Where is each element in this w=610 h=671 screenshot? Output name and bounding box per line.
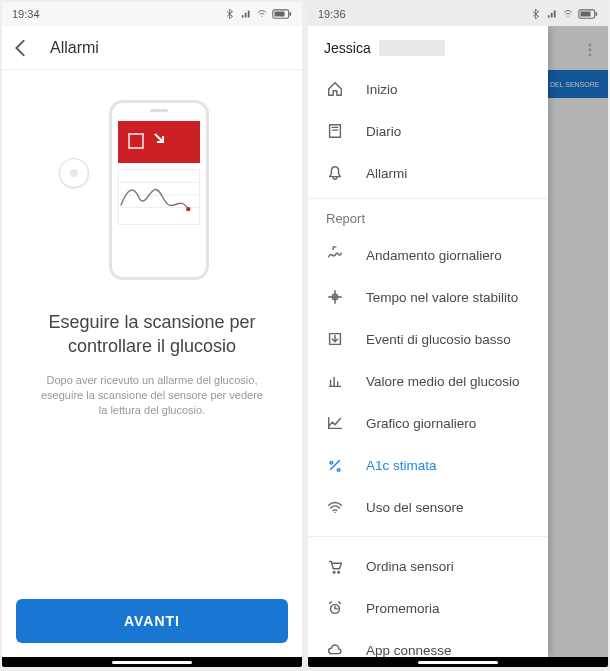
cloud-icon bbox=[326, 641, 344, 657]
nav-item-label: Tempo nel valore stabilito bbox=[366, 290, 518, 305]
nav-item-inizio[interactable]: Inizio bbox=[308, 68, 548, 110]
home-icon bbox=[326, 80, 344, 98]
nav-item-diario[interactable]: Diario bbox=[308, 110, 548, 152]
nav-item-label: Ordina sensori bbox=[366, 559, 454, 574]
nav-item-label: Valore medio del glucosio bbox=[366, 374, 520, 389]
nav-item-promemoria[interactable]: Promemoria bbox=[308, 587, 548, 629]
status-bar: 19:36 bbox=[308, 2, 608, 26]
svg-point-12 bbox=[589, 54, 592, 57]
drawer-account[interactable]: Jessica bbox=[308, 36, 548, 68]
svg-rect-2 bbox=[275, 12, 285, 17]
bluetooth-icon bbox=[530, 8, 542, 20]
section-header-report: Report bbox=[308, 198, 548, 234]
svg-rect-9 bbox=[581, 12, 591, 17]
target-icon bbox=[326, 288, 344, 306]
percent-icon bbox=[326, 456, 344, 474]
linechart-icon bbox=[326, 414, 344, 432]
status-time: 19:36 bbox=[318, 8, 346, 20]
battery-icon bbox=[272, 8, 292, 20]
nav-item-label: Inizio bbox=[366, 82, 398, 97]
signal-icon bbox=[546, 8, 558, 20]
next-button-label: AVANTI bbox=[124, 613, 180, 629]
cart-icon bbox=[326, 557, 344, 575]
svg-point-10 bbox=[589, 44, 592, 47]
status-icons bbox=[224, 8, 292, 20]
app-bar: Allarmi bbox=[2, 26, 302, 70]
nav-item-label: Eventi di glucosio basso bbox=[366, 332, 511, 347]
wifi-status-icon bbox=[562, 8, 574, 20]
nav-item-label: Grafico giornaliero bbox=[366, 416, 476, 431]
svg-point-6 bbox=[186, 207, 190, 211]
overflow-menu-icon[interactable] bbox=[582, 42, 598, 58]
nav-item-allarmi[interactable]: Allarmi bbox=[308, 152, 548, 194]
wifi-status-icon bbox=[256, 8, 268, 20]
nav-item-ordina-sensori[interactable]: Ordina sensori bbox=[308, 545, 548, 587]
phone-illustration bbox=[109, 100, 209, 280]
nav-item-label: Diario bbox=[366, 124, 401, 139]
svg-rect-1 bbox=[290, 12, 292, 15]
nav-item-valore-medio-del-glucosio[interactable]: Valore medio del glucosio bbox=[308, 360, 548, 402]
svg-rect-8 bbox=[596, 12, 598, 15]
status-bar: 19:34 bbox=[2, 2, 302, 26]
divider bbox=[308, 536, 548, 537]
trend-icon bbox=[326, 246, 344, 264]
gesture-bar bbox=[2, 657, 302, 667]
bell-icon bbox=[326, 164, 344, 182]
user-last-name-redacted bbox=[379, 40, 445, 56]
sensor-icon bbox=[59, 158, 89, 188]
nav-item-label: Allarmi bbox=[366, 166, 407, 181]
nav-item-tempo-nel-valore-stabilito[interactable]: Tempo nel valore stabilito bbox=[308, 276, 548, 318]
next-button[interactable]: AVANTI bbox=[16, 599, 288, 643]
subtext: Dopo aver ricevuto un allarme del glucos… bbox=[22, 373, 282, 419]
onboarding-content: Eseguire la scansione per controllare il… bbox=[2, 70, 302, 599]
nav-item-app-connesse[interactable]: App connesse bbox=[308, 629, 548, 657]
screen-nav-drawer: O DEL SENSORE 19:36 Jessica InizioDiario… bbox=[308, 2, 608, 667]
book-icon bbox=[326, 122, 344, 140]
nav-item-label: Andamento giornaliero bbox=[366, 248, 502, 263]
screen-alarms-onboarding: 19:34 Allarmi bbox=[2, 2, 302, 667]
headline: Eseguire la scansione per controllare il… bbox=[22, 310, 282, 359]
nav-item-uso-del-sensore[interactable]: Uso del sensore bbox=[308, 486, 548, 528]
nav-item-andamento-giornaliero[interactable]: Andamento giornaliero bbox=[308, 234, 548, 276]
chart-illustration bbox=[118, 169, 200, 225]
gesture-bar bbox=[308, 657, 608, 667]
bluetooth-icon bbox=[224, 8, 236, 20]
back-icon[interactable] bbox=[10, 37, 32, 59]
nav-item-label: Promemoria bbox=[366, 601, 440, 616]
nav-item-a1c-stimata[interactable]: A1c stimata bbox=[308, 444, 548, 486]
nav-item-eventi-di-glucosio-basso[interactable]: Eventi di glucosio basso bbox=[308, 318, 548, 360]
nav-item-label: A1c stimata bbox=[366, 458, 437, 473]
nav-drawer: Jessica InizioDiarioAllarmi Report Andam… bbox=[308, 26, 548, 657]
nav-item-grafico-giornaliero[interactable]: Grafico giornaliero bbox=[308, 402, 548, 444]
nav-item-label: Uso del sensore bbox=[366, 500, 464, 515]
alarm-arrow-icon bbox=[152, 131, 168, 147]
page-title: Allarmi bbox=[50, 39, 99, 57]
status-time: 19:34 bbox=[12, 8, 40, 20]
svg-point-11 bbox=[589, 49, 592, 52]
user-first-name: Jessica bbox=[324, 40, 371, 56]
illustration bbox=[67, 100, 237, 280]
barchart-icon bbox=[326, 372, 344, 390]
battery-icon bbox=[578, 8, 598, 20]
alarm-icon bbox=[326, 599, 344, 617]
wifi-icon bbox=[326, 498, 344, 516]
download-box-icon bbox=[326, 330, 344, 348]
signal-icon bbox=[240, 8, 252, 20]
nav-item-label: App connesse bbox=[366, 643, 452, 658]
status-icons bbox=[530, 8, 598, 20]
